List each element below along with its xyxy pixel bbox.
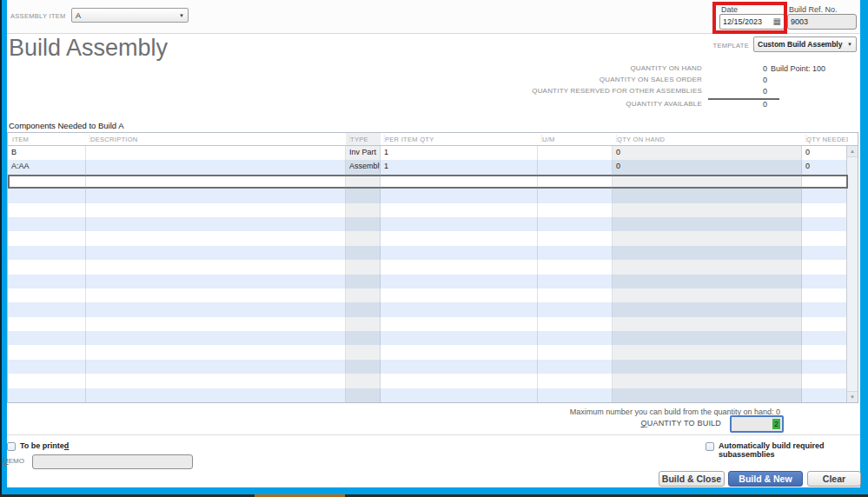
template-dropdown[interactable]: Custom Build Assembly ▼ (753, 36, 857, 52)
cell-qty-needed[interactable] (802, 288, 848, 302)
cell-per-item-qty[interactable] (381, 203, 538, 217)
cell-type[interactable] (346, 345, 381, 359)
cell-per-item-qty[interactable] (381, 217, 538, 231)
cell-qty-on-hand[interactable] (613, 275, 802, 288)
cell-qty-needed[interactable] (802, 260, 848, 274)
cell-item[interactable] (8, 231, 86, 245)
cell-qty-needed[interactable] (802, 203, 848, 217)
column-header-per-item-qty[interactable]: PER ITEM QTY (381, 133, 538, 145)
table-row[interactable] (8, 317, 848, 331)
scroll-down-icon[interactable]: ▼ (847, 391, 858, 402)
cell-um[interactable] (538, 302, 613, 316)
cell-qty-on-hand[interactable] (613, 345, 802, 359)
cell-per-item-qty[interactable] (381, 275, 538, 288)
cell-qty-needed[interactable] (802, 175, 848, 189)
cell-qty-needed[interactable] (802, 360, 848, 374)
table-row[interactable] (8, 345, 848, 359)
cell-um[interactable] (538, 374, 613, 388)
cell-item[interactable] (8, 374, 86, 388)
table-row[interactable] (8, 275, 848, 288)
cell-item[interactable] (8, 317, 86, 331)
cell-type[interactable]: Inv Part (346, 146, 381, 160)
cell-per-item-qty[interactable] (381, 374, 538, 388)
cell-type[interactable] (346, 275, 381, 288)
cell-qty-needed[interactable]: 0 (802, 146, 848, 160)
cell-item[interactable] (8, 388, 86, 402)
cell-qty-needed[interactable] (802, 388, 848, 402)
cell-per-item-qty[interactable] (381, 260, 538, 274)
table-row[interactable] (8, 203, 848, 217)
cell-qty-on-hand[interactable]: 0 (613, 146, 802, 160)
cell-type[interactable] (346, 288, 381, 302)
cell-um[interactable] (538, 217, 613, 231)
quantity-to-build-input[interactable]: 2 (730, 415, 784, 433)
auto-build-subassemblies-checkbox[interactable] (706, 442, 714, 451)
cell-description[interactable] (86, 317, 346, 331)
build-ref-field[interactable] (787, 14, 857, 30)
cell-per-item-qty[interactable] (381, 331, 538, 345)
cell-type[interactable] (346, 189, 381, 202)
cell-item[interactable] (8, 189, 86, 202)
cell-qty-needed[interactable] (802, 275, 848, 288)
cell-qty-on-hand[interactable] (613, 374, 802, 388)
cell-item[interactable] (8, 246, 86, 260)
cell-qty-on-hand[interactable] (613, 189, 802, 202)
cell-qty-on-hand[interactable] (613, 231, 802, 245)
cell-type[interactable] (346, 388, 381, 402)
table-row[interactable] (8, 246, 848, 260)
date-field[interactable]: ▦ (719, 14, 785, 30)
cell-description[interactable] (86, 374, 346, 388)
cell-per-item-qty[interactable] (381, 175, 538, 189)
table-row[interactable] (8, 288, 848, 302)
cell-per-item-qty[interactable]: 1 (381, 160, 538, 174)
cell-um[interactable] (538, 146, 613, 160)
cell-qty-needed[interactable] (802, 189, 848, 202)
date-input[interactable] (723, 17, 773, 26)
column-header-item[interactable]: ITEM (8, 133, 86, 145)
cell-per-item-qty[interactable] (381, 360, 538, 374)
cell-um[interactable] (538, 317, 613, 331)
cell-qty-on-hand[interactable] (613, 302, 802, 316)
scroll-up-icon[interactable]: ▲ (847, 146, 858, 157)
cell-per-item-qty[interactable] (381, 317, 538, 331)
cell-qty-on-hand[interactable] (613, 246, 802, 260)
cell-per-item-qty[interactable] (381, 189, 538, 202)
cell-qty-needed[interactable] (802, 331, 848, 345)
cell-per-item-qty[interactable] (381, 345, 538, 359)
cell-type[interactable] (346, 217, 381, 231)
cell-qty-needed[interactable]: 0 (802, 160, 848, 174)
cell-description[interactable] (86, 217, 346, 231)
table-row[interactable] (8, 388, 848, 402)
table-row[interactable] (8, 360, 848, 374)
cell-qty-needed[interactable] (802, 302, 848, 316)
cell-um[interactable] (538, 260, 613, 274)
cell-um[interactable] (538, 203, 613, 217)
table-row[interactable] (8, 189, 848, 202)
cell-qty-on-hand[interactable] (613, 217, 802, 231)
cell-um[interactable] (538, 189, 613, 202)
cell-item[interactable]: B (8, 146, 86, 160)
memo-field[interactable] (32, 454, 193, 469)
cell-qty-on-hand[interactable] (613, 388, 802, 402)
cell-per-item-qty[interactable] (381, 246, 538, 260)
cell-qty-needed[interactable] (802, 217, 848, 231)
column-header-description[interactable]: DESCRIPTION (86, 133, 346, 145)
cell-item[interactable] (8, 175, 86, 189)
cell-description[interactable] (86, 246, 346, 260)
cell-qty-on-hand[interactable] (613, 317, 802, 331)
cell-um[interactable] (538, 345, 613, 359)
cell-type[interactable] (346, 317, 381, 331)
memo-input[interactable] (36, 458, 189, 467)
cell-item[interactable] (8, 275, 86, 288)
cell-qty-on-hand[interactable] (613, 331, 802, 345)
calendar-icon[interactable]: ▦ (773, 17, 781, 26)
cell-description[interactable] (86, 175, 346, 189)
cell-um[interactable] (538, 388, 613, 402)
cell-item[interactable] (8, 331, 86, 345)
cell-um[interactable] (538, 331, 613, 345)
cell-qty-needed[interactable] (802, 246, 848, 260)
cell-qty-on-hand[interactable] (613, 175, 802, 189)
cell-description[interactable] (86, 203, 346, 217)
cell-per-item-qty[interactable] (381, 388, 538, 402)
cell-qty-needed[interactable] (802, 374, 848, 388)
